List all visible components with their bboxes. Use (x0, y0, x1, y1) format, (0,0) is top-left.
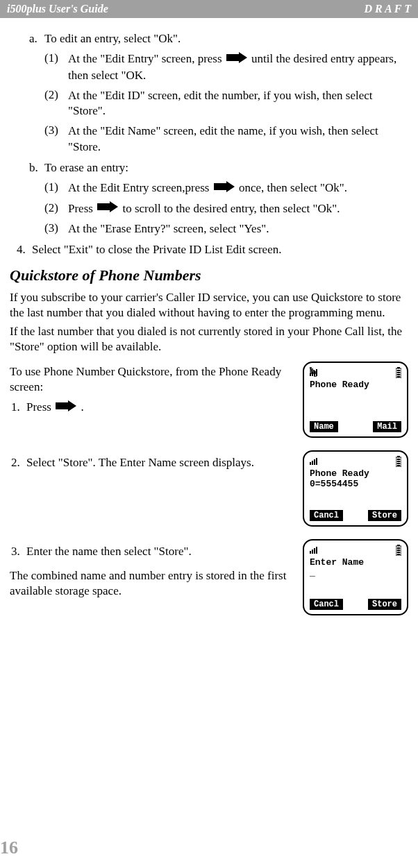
screen3-line1: Enter Name (310, 557, 401, 568)
para-2: If the last number that you dialed is no… (10, 324, 408, 355)
sub-item-b1: (1) At the Edit Entry screen,press once,… (44, 180, 408, 197)
sub-item-a3: (3) At the "Edit Name" screen, edit the … (44, 124, 408, 155)
softkey-right: Store (368, 599, 401, 610)
screen3-line2: _ (310, 568, 401, 579)
marker-a3: (3) (44, 124, 68, 155)
svg-rect-27 (397, 550, 401, 551)
screen2-line2: 0=5554455 (310, 479, 401, 490)
forward-icon (56, 400, 76, 415)
marker-b2: (2) (44, 201, 68, 218)
svg-rect-17 (397, 461, 401, 462)
svg-rect-26 (397, 547, 401, 549)
sub-item-b3: (3) At the "Erase Entry?" screen, select… (44, 221, 408, 237)
sub-a1-text: At the "Edit Entry" screen, press until … (68, 51, 408, 84)
svg-rect-16 (397, 459, 401, 460)
b1-pre: At the Edit Entry screen,press (68, 181, 212, 194)
svg-rect-18 (397, 463, 401, 464)
sub-b3-text: At the "Erase Entry?" screen, select "Ye… (68, 221, 408, 237)
sub-item-a2: (2) At the "Edit ID" screen, edit the nu… (44, 88, 408, 120)
signal-icon (310, 367, 324, 380)
svg-rect-12 (314, 459, 315, 465)
para-3: To use Phone Number Quickstore, from the… (10, 364, 294, 395)
marker-b3: (3) (44, 221, 68, 237)
item-b-text: To erase an entry: (44, 161, 408, 175)
sub-a3-text: At the "Edit Name" screen, edit the name… (68, 124, 408, 155)
svg-rect-8 (397, 374, 401, 375)
step-q-intro: To use Phone Number Quickstore, from the… (10, 361, 408, 438)
marker-a2: (2) (44, 88, 68, 120)
page-content: a. To edit an entry, select "Ok". (1) At… (0, 18, 418, 615)
softkey-left: Cancl (310, 599, 343, 610)
phone-screen-2: Phone Ready 0=5554455 Cancl Store (303, 450, 408, 527)
svg-rect-22 (314, 548, 315, 554)
step-q1-text: Press . (26, 400, 294, 416)
q1-pre: Press (26, 400, 54, 414)
step-4-text: Select "Exit" to close the Private ID Li… (32, 243, 408, 257)
marker-q2: 2. (11, 456, 26, 470)
marker-q1: 1. (11, 400, 26, 416)
battery-icon (396, 367, 401, 381)
battery-icon (396, 456, 401, 470)
b1-post: once, then select "Ok". (239, 181, 347, 194)
svg-rect-13 (316, 458, 317, 465)
forward-icon (214, 181, 235, 197)
sub-item-b2: (2) Press to scroll to the desired entry… (44, 201, 408, 218)
para-1: If you subscribe to your carrier's Calle… (10, 290, 408, 321)
list-item-b: b. To erase an entry: (29, 161, 408, 175)
battery-icon (396, 545, 401, 559)
signal-icon (310, 456, 324, 468)
forward-icon (97, 201, 118, 217)
marker-b1: (1) (44, 180, 68, 197)
svg-rect-19 (397, 465, 401, 466)
b2-pre: Press (68, 202, 96, 215)
list-item-a: a. To edit an entry, select "Ok". (29, 32, 408, 46)
page-number: 16 (0, 837, 18, 858)
svg-rect-3 (316, 369, 317, 376)
svg-rect-20 (310, 551, 311, 554)
screen1-line1: Phone Ready (310, 380, 401, 391)
svg-rect-2 (314, 371, 315, 376)
phone-screen-1: Phone Ready Name Mail (303, 361, 408, 438)
header-bar: i500plus User's Guide D R A F T (0, 0, 418, 18)
signal-icon (310, 545, 324, 557)
svg-rect-10 (310, 462, 311, 465)
svg-rect-28 (397, 552, 401, 553)
marker-q3: 3. (11, 545, 26, 559)
forward-icon (226, 52, 247, 68)
svg-rect-11 (312, 461, 313, 465)
step-4: 4. Select "Exit" to close the Private ID… (17, 243, 408, 257)
header-left: i500plus User's Guide (7, 3, 108, 15)
sub-b2-text: Press to scroll to the desired entry, th… (68, 201, 408, 218)
step-q1: 1. Press . (11, 400, 294, 416)
screen2-line1: Phone Ready (310, 468, 401, 479)
sub-item-a1: (1) At the "Edit Entry" screen, press un… (44, 51, 408, 84)
softkey-left: Cancl (310, 510, 343, 521)
section-title: Quickstore of Phone Numbers (10, 266, 408, 284)
marker-a1: (1) (44, 51, 68, 84)
svg-rect-21 (312, 550, 313, 554)
marker-4: 4. (17, 243, 32, 257)
b2-post: to scroll to the desired entry, then sel… (122, 202, 340, 215)
svg-rect-1 (312, 372, 313, 376)
step-q2: 2. Select "Store". The Enter Name screen… (11, 456, 294, 470)
softkey-right: Store (368, 510, 401, 521)
svg-rect-7 (397, 372, 401, 373)
step-q2-text: Select "Store". The Enter Name screen di… (26, 456, 294, 470)
marker-a: a. (29, 32, 44, 46)
header-right: D R A F T (364, 3, 411, 15)
svg-rect-23 (316, 547, 317, 554)
phone-screen-3: Enter Name _ Cancl Store (303, 539, 408, 615)
svg-rect-9 (397, 376, 401, 377)
step-q3-text: Enter the name then select "Store". (26, 545, 294, 559)
step-q2-row: 2. Select "Store". The Enter Name screen… (10, 450, 408, 527)
svg-rect-6 (397, 370, 401, 371)
q1-post: . (81, 400, 83, 414)
svg-rect-29 (397, 554, 401, 555)
step-q3-row: 3. Enter the name then select "Store". T… (10, 539, 408, 615)
marker-b: b. (29, 161, 44, 175)
a1-pre: At the "Edit Entry" screen, press (68, 52, 225, 65)
para-4: The combined name and number entry is st… (10, 568, 294, 599)
step-q3: 3. Enter the name then select "Store". (11, 545, 294, 559)
sub-b1-text: At the Edit Entry screen,press once, the… (68, 180, 408, 197)
item-a-text: To edit an entry, select "Ok". (44, 32, 408, 46)
